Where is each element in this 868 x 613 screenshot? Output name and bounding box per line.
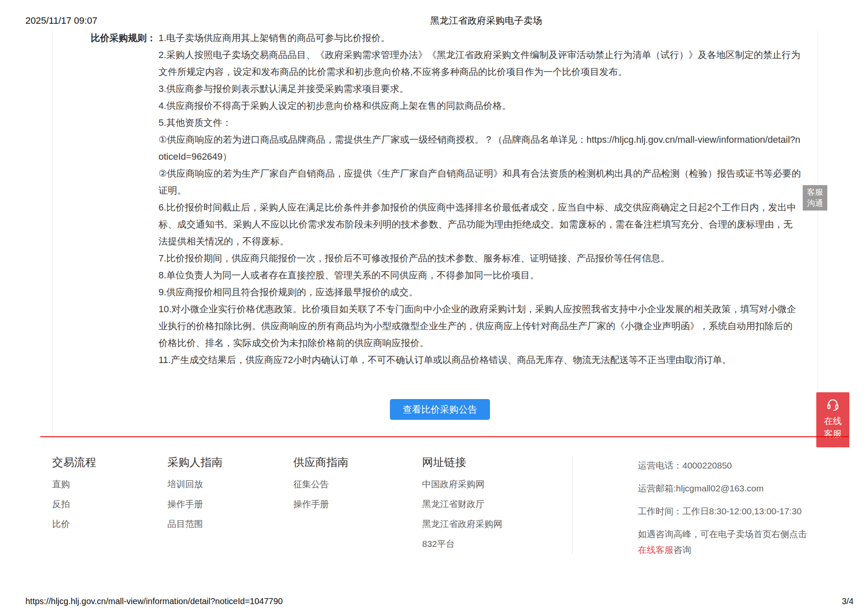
view-announcement-button[interactable]: 查看比价采购公告 bbox=[390, 399, 490, 420]
rule-item: ②供应商响应的若为生产厂家自产自销商品，应提供《生产厂家自产自销商品证明》和具有… bbox=[159, 165, 801, 199]
content-frame: 比价采购规则： 1.电子卖场供应商用其上架销售的商品可参与比价报价。 2.采购人… bbox=[52, 30, 818, 437]
contact-note-line2: 在线客服咨询 bbox=[638, 545, 807, 555]
footer-link[interactable]: 反拍 bbox=[52, 499, 167, 509]
footer-link[interactable]: 品目范围 bbox=[167, 519, 293, 529]
print-page-title: 黑龙江省政府采购电子卖场 bbox=[430, 16, 542, 25]
online-service-label-line1: 在线 bbox=[816, 415, 849, 427]
footer-column-title: 交易流程 bbox=[52, 455, 167, 469]
footer-column-purchaser-guide: 采购人指南 培训回放操作手册品目范围 bbox=[167, 455, 293, 549]
contact-note-suffix: 咨询 bbox=[673, 545, 691, 555]
page: 2025/11/17 09:07 黑龙江省政府采购电子卖场 比价采购规则： 1.… bbox=[0, 0, 868, 613]
footer-link[interactable]: 黑龙江省财政厅 bbox=[422, 499, 572, 509]
footer-column-title: 采购人指南 bbox=[167, 455, 293, 469]
online-service-label-line2: 客服 bbox=[816, 427, 849, 440]
footer-column-trade-process: 交易流程 直购反拍比价 bbox=[52, 455, 167, 549]
rule-item: 4.供应商报价不得高于采购人设定的初步意向价格和供应商上架在售的同款商品价格。 bbox=[159, 97, 801, 114]
print-datetime: 2025/11/17 09:07 bbox=[25, 16, 97, 25]
rule-item: 6.比价报价时间截止后，采购人应在满足比价条件并参加报价的供应商中选择排名价最低… bbox=[159, 199, 801, 250]
footer-link[interactable]: 征集公告 bbox=[293, 480, 422, 489]
rule-item: 1.电子卖场供应商用其上架销售的商品可参与比价报价。 bbox=[159, 30, 801, 47]
headset-icon bbox=[826, 405, 840, 413]
footer-column-links: 培训回放操作手册品目范围 bbox=[167, 480, 293, 529]
footer-column-website-links: 网址链接 中国政府采购网黑龙江省财政厅黑龙江省政府采购网832平台 bbox=[422, 455, 572, 549]
site-footer: 交易流程 直购反拍比价 采购人指南 培训回放操作手册品目范围 供应商指南 征集公… bbox=[52, 455, 572, 549]
rule-item: 3.供应商参与报价则表示默认满足并接受采购需求项目要求。 bbox=[159, 80, 801, 97]
contact-phone: 运营电话：4000220850 bbox=[638, 461, 807, 470]
contact-hours: 工作时间：工作日8:30-12:00,13:00-17:30 bbox=[638, 507, 807, 516]
rule-item: 9.供应商报价相同且符合报价规则的，应选择最早报价的成交。 bbox=[159, 284, 801, 301]
rules-section-label: 比价采购规则： bbox=[53, 30, 156, 47]
footer-link[interactable]: 培训回放 bbox=[167, 480, 293, 489]
chat-service-tab-line2: 沟通 bbox=[803, 198, 827, 209]
footer-column-links: 中国政府采购网黑龙江省财政厅黑龙江省政府采购网832平台 bbox=[422, 480, 572, 549]
footer-column-title: 网址链接 bbox=[422, 455, 572, 469]
online-service-link[interactable]: 在线客服 bbox=[638, 545, 673, 555]
rule-item: 2.采购人按照电子卖场交易商品品目、《政府采购需求管理办法》《黑龙江省政府采购文… bbox=[159, 47, 801, 80]
footer-link[interactable]: 比价 bbox=[52, 519, 167, 529]
rule-item: 10.对小微企业实行价格优惠政策。比价项目如关联了不专门面向中小企业的政府采购计… bbox=[159, 301, 801, 352]
chat-service-tab-line1: 客服 bbox=[803, 187, 827, 198]
rules-list: 1.电子卖场供应商用其上架销售的商品可参与比价报价。 2.采购人按照电子卖场交易… bbox=[159, 30, 801, 369]
footer-contact: 运营电话：4000220850 运营邮箱:hljcgmall02@163.com… bbox=[638, 461, 807, 555]
rule-item: 5.其他资质文件： bbox=[159, 114, 801, 131]
print-footer-page-number: 3/4 bbox=[842, 596, 854, 606]
footer-link[interactable]: 中国政府采购网 bbox=[422, 480, 572, 489]
print-footer-url: https://hljcg.hlj.gov.cn/mall-view/infor… bbox=[25, 596, 283, 606]
rules-section: 比价采购规则： 1.电子卖场供应商用其上架销售的商品可参与比价报价。 2.采购人… bbox=[53, 30, 818, 369]
contact-note: 如遇咨询高峰，可在电子卖场首页右侧点击 bbox=[638, 530, 807, 539]
contact-email: 运营邮箱:hljcgmall02@163.com bbox=[638, 484, 807, 493]
footer-column-links: 征集公告操作手册 bbox=[293, 480, 422, 509]
footer-column-title: 供应商指南 bbox=[293, 455, 422, 469]
footer-link[interactable]: 操作手册 bbox=[167, 499, 293, 509]
footer-link[interactable]: 832平台 bbox=[422, 539, 572, 549]
chat-service-tab[interactable]: 客服 沟通 bbox=[803, 185, 827, 211]
footer-column-links: 直购反拍比价 bbox=[52, 480, 167, 529]
footer-link[interactable]: 操作手册 bbox=[293, 499, 422, 509]
rule-item: 11.产生成交结果后，供应商应72小时内确认订单，不可不确认订单或以商品价格错误… bbox=[159, 352, 801, 369]
footer-vertical-divider bbox=[572, 455, 573, 554]
footer-column-supplier-guide: 供应商指南 征集公告操作手册 bbox=[293, 455, 422, 549]
rule-item: ①供应商响应的若为进口商品或品牌商品，需提供生产厂家或一级经销商授权。？（品牌商… bbox=[159, 131, 801, 165]
rule-item: 8.单位负责人为同一人或者存在直接控股、管理关系的不同供应商，不得参加同一比价项… bbox=[159, 267, 801, 284]
footer-red-divider bbox=[40, 436, 849, 437]
rule-item: 7.比价报价期间，供应商只能报价一次，报价后不可修改报价产品的技术参数、服务标准… bbox=[159, 250, 801, 267]
footer-link[interactable]: 黑龙江省政府采购网 bbox=[422, 519, 572, 529]
online-service-widget[interactable]: 在线 客服 bbox=[816, 392, 849, 447]
footer-link[interactable]: 直购 bbox=[52, 480, 167, 489]
